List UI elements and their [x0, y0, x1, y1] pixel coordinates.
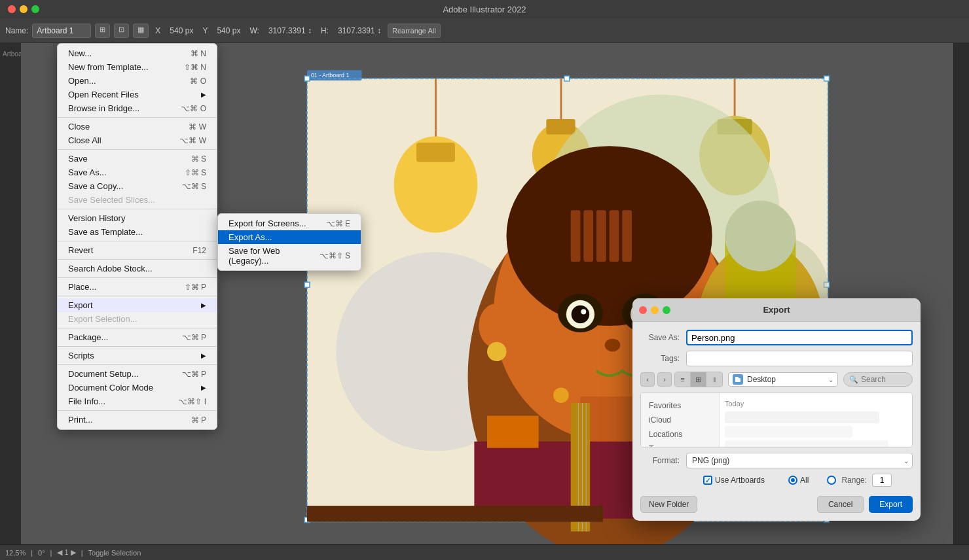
- svg-point-41: [605, 339, 621, 352]
- dialog-title-bar: Export: [632, 298, 921, 322]
- export-for-screens-label: Export for Screens...: [229, 219, 326, 228]
- menu-item-close-all[interactable]: Close All ⌥⌘ W: [58, 133, 217, 147]
- file-list-main: Today: [720, 393, 912, 447]
- svg-rect-31: [610, 210, 619, 262]
- menu-item-version-history-label: Version History: [68, 213, 206, 223]
- svg-point-35: [572, 306, 589, 323]
- maximize-button[interactable]: [31, 5, 39, 13]
- menu-item-package[interactable]: Package... ⌥⌘ P: [58, 330, 217, 344]
- artboard-expand-btn[interactable]: ⊡: [114, 24, 129, 38]
- sidebar-tags[interactable]: Tags: [641, 442, 719, 447]
- menu-item-print[interactable]: Print... ⌘ P: [58, 413, 217, 427]
- nav-row: ‹ › ≡ ⊞ ⫴ Desktop: [640, 372, 913, 387]
- export-for-screens[interactable]: Export for Screens... ⌥⌘ E: [218, 217, 361, 230]
- menu-item-file-info[interactable]: File Info... ⌥⌘⇧ I: [58, 394, 217, 408]
- range-label: Range:: [841, 476, 867, 485]
- format-select[interactable]: PNG (png): [686, 453, 913, 468]
- range-radio[interactable]: [827, 476, 836, 485]
- y-value: 540 px: [214, 26, 243, 35]
- minimize-button[interactable]: [20, 5, 27, 13]
- location-selector[interactable]: Desktop ⌄: [728, 372, 838, 387]
- menu-item-save-copy[interactable]: Save a Copy... ⌥⌘ S: [58, 179, 217, 193]
- menu-item-bridge-label: Browse in Bridge...: [68, 103, 181, 113]
- menu-item-save-shortcut: ⌘ S: [191, 154, 206, 164]
- save-for-web[interactable]: Save for Web (Legacy)... ⌥⌘⇧ S: [218, 244, 361, 268]
- svg-rect-58: [487, 416, 539, 448]
- new-folder-button[interactable]: New Folder: [640, 496, 697, 513]
- menu-item-recent[interactable]: Open Recent Files ▶: [58, 88, 217, 101]
- menu-item-document-setup[interactable]: Document Setup... ⌥⌘ P: [58, 367, 217, 381]
- forward-button[interactable]: ›: [657, 372, 672, 387]
- all-radio-dot: [791, 478, 795, 482]
- menu-item-color-mode[interactable]: Document Color Mode ▶: [58, 381, 217, 394]
- location-icon: [733, 374, 743, 385]
- cancel-button[interactable]: Cancel: [817, 496, 864, 513]
- file-list-sidebar: Favorites iCloud Locations Tags: [641, 393, 720, 447]
- all-group: All: [788, 476, 809, 485]
- svg-rect-32: [622, 210, 632, 262]
- menu-item-save[interactable]: Save ⌘ S: [58, 152, 217, 166]
- menu-item-version-history[interactable]: Version History: [58, 211, 217, 225]
- separator-9: [58, 346, 217, 347]
- back-button[interactable]: ‹: [640, 372, 655, 387]
- list-view-button[interactable]: ≡: [675, 372, 691, 387]
- menu-item-bridge-shortcut: ⌥⌘ O: [181, 104, 206, 113]
- artboard-name-input[interactable]: [32, 24, 91, 38]
- rearrange-all-button[interactable]: Rearrange All: [388, 24, 441, 38]
- artboard-grid-btn[interactable]: ▦: [133, 24, 149, 38]
- artboard-icon-btn[interactable]: ⊞: [95, 24, 110, 38]
- dialog-min-button[interactable]: [651, 306, 659, 314]
- menu-item-close[interactable]: Close ⌘ W: [58, 120, 217, 133]
- menu-item-export[interactable]: Export ▶: [58, 298, 217, 312]
- menu-item-new[interactable]: New... ⌘ N: [58, 46, 217, 60]
- sidebar-favorites[interactable]: Favorites: [641, 398, 719, 413]
- svg-rect-7: [304, 282, 310, 287]
- right-sidebar: [953, 43, 969, 544]
- svg-rect-28: [571, 210, 581, 262]
- dialog-window-controls: [639, 306, 670, 314]
- menu-item-export-selection: Export Selection...: [58, 312, 217, 326]
- menu-item-place-label: Place...: [68, 282, 185, 292]
- menu-item-package-label: Package...: [68, 332, 182, 342]
- menu-item-revert[interactable]: Revert F12: [58, 243, 217, 257]
- menu-item-save-as-label: Save As...: [68, 167, 185, 177]
- menu-item-revert-label: Revert: [68, 245, 192, 255]
- menu-item-save-template[interactable]: Save as Template...: [58, 225, 217, 239]
- svg-point-55: [553, 387, 569, 403]
- file-item-2: [725, 426, 852, 438]
- save-as-input[interactable]: [686, 330, 913, 345]
- y-label: Y: [200, 26, 210, 35]
- export-dialog: Export Save As: Tags: ‹ ›: [632, 298, 921, 521]
- menu-item-place[interactable]: Place... ⇧⌘ P: [58, 280, 217, 294]
- dialog-max-button[interactable]: [663, 306, 670, 314]
- use-artboards-checkbox[interactable]: ✓: [703, 476, 712, 485]
- close-button[interactable]: [8, 5, 16, 13]
- sidebar-locations[interactable]: Locations: [641, 427, 719, 442]
- separator-4: [58, 241, 217, 241]
- export-button[interactable]: Export: [869, 496, 913, 513]
- menu-item-adobe-stock[interactable]: Search Adobe Stock...: [58, 262, 217, 275]
- dialog-close-button[interactable]: [639, 306, 647, 314]
- format-select-wrapper: PNG (png) ⌄: [686, 453, 913, 468]
- w-value: 3107.3391 ↕: [266, 26, 314, 35]
- grid-view-button[interactable]: ⊞: [691, 372, 706, 387]
- column-view-button[interactable]: ⫴: [706, 372, 722, 387]
- main-layout: ↖ ↗ ✒ T ╱ □ 🖌 ✏ ↻ ⊞ 💧 ◫ ∞ 🔍 ✋ ▣ ··· Artb…: [0, 43, 969, 544]
- menu-item-new-template[interactable]: New from Template... ⇧⌘ N: [58, 60, 217, 74]
- menu-item-bridge[interactable]: Browse in Bridge... ⌥⌘ O: [58, 101, 217, 115]
- menu-item-open[interactable]: Open... ⌘ O: [58, 74, 217, 88]
- all-radio[interactable]: [788, 476, 797, 485]
- sidebar-icloud[interactable]: iCloud: [641, 413, 719, 427]
- file-list-header: Today: [725, 398, 907, 411]
- x-value: 540 px: [167, 26, 196, 35]
- menu-item-close-all-label: Close All: [68, 135, 179, 145]
- range-input[interactable]: [872, 474, 892, 487]
- menu-item-save-as[interactable]: Save As... ⇧⌘ S: [58, 166, 217, 179]
- menu-item-export-arrow: ▶: [201, 302, 206, 309]
- tags-input[interactable]: [686, 351, 913, 366]
- menu-item-scripts[interactable]: Scripts ▶: [58, 349, 217, 362]
- search-input[interactable]: [861, 375, 907, 384]
- svg-rect-61: [735, 377, 739, 379]
- format-chevron-icon: ⌄: [904, 457, 909, 464]
- export-as[interactable]: Export As...: [218, 230, 361, 244]
